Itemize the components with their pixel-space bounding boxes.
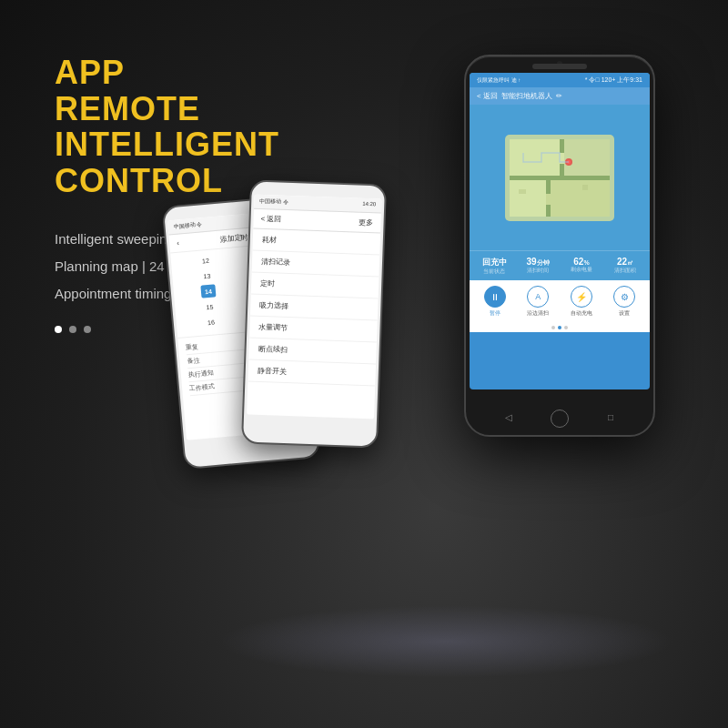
- app-title: APP REMOTE INTELLIGENT CONTROL: [55, 55, 364, 198]
- stat-status-label: 当前状态: [473, 268, 515, 275]
- phone-nav: < 返回 智能扫地机器人 ✏: [470, 87, 650, 105]
- nav-recent-btn[interactable]: □: [603, 410, 618, 424]
- title-line2: REMOTE INTELLIGENT: [55, 91, 364, 163]
- cal-cell: 12: [197, 253, 213, 267]
- stat-time-value: 39分钟: [517, 257, 559, 268]
- phone-main: 仅限紧急呼叫 迪 ↑ * 令□ 120+ 上午9:31 < 返回 智能扫地机器人…: [464, 55, 655, 437]
- dot-1[interactable]: [55, 326, 62, 333]
- nav-back[interactable]: < 返回: [477, 91, 498, 101]
- cal-cell: 13: [199, 268, 215, 282]
- stats-section: 回充中 当前状态 39分钟 清扫时间 62% 剩余电量 22㎡ 清扫面积: [470, 250, 650, 280]
- ctrl-label-charge: 自动充电: [571, 309, 592, 318]
- charge-icon: ⚡: [571, 286, 592, 308]
- stat-area-label: 清扫面积: [604, 268, 646, 274]
- edge-icon: A: [527, 286, 549, 308]
- glow-base: [218, 605, 673, 678]
- stat-battery-value: 62%: [561, 257, 602, 267]
- cal-cell-today: 14: [200, 284, 216, 298]
- nav-back-btn[interactable]: ◁: [501, 410, 516, 424]
- status-left: 仅限紧急呼叫 迪 ↑: [477, 76, 521, 85]
- svg-rect-4: [510, 180, 546, 217]
- carrier-right: 中国移动 令: [259, 197, 288, 207]
- ctrl-btn-charge[interactable]: ⚡ 自动充电: [571, 286, 592, 318]
- phone-screen-right: 中国移动 令 14:20 < 返回 更多 耗材 清扫记录 定时 吸力选择 水量调…: [247, 195, 381, 420]
- svg-rect-14: [519, 189, 526, 194]
- ctrl-label-pause: 暂停: [490, 309, 500, 318]
- ind-dot-3: [564, 326, 568, 329]
- phone-screen-main: 仅限紧急呼叫 迪 ↑ * 令□ 120+ 上午9:31 < 返回 智能扫地机器人…: [470, 73, 650, 389]
- stat-area-value: 22㎡: [604, 257, 646, 268]
- edit-icon[interactable]: ✏: [556, 92, 562, 100]
- title-line1: APP: [55, 55, 364, 91]
- notch: [532, 64, 587, 69]
- back-btn-right[interactable]: < 返回: [260, 214, 281, 225]
- svg-rect-5: [551, 180, 610, 217]
- nav-home-btn[interactable]: [551, 410, 569, 428]
- nav-title: 智能扫地机器人: [501, 91, 552, 101]
- map-svg: [491, 112, 628, 244]
- map-image: [491, 112, 628, 244]
- stat-time: 39分钟 清扫时间: [517, 257, 559, 275]
- phone-secondary-right: 中国移动 令 14:20 < 返回 更多 耗材 清扫记录 定时 吸力选择 水量调…: [241, 179, 387, 448]
- menu-item-7[interactable]: 静音开关: [248, 360, 376, 387]
- map-area: [470, 105, 650, 250]
- stat-status-value: 回充中: [473, 257, 515, 268]
- svg-rect-8: [510, 176, 610, 180]
- ind-dot-2: [558, 326, 561, 329]
- stat-status: 回充中 当前状态: [473, 257, 515, 275]
- controls-section: ⏸ 暂停 A 沿边清扫 ⚡ 自动充电 ⚙ 设置: [470, 280, 650, 323]
- status-right: * 令□ 120+ 上午9:31: [585, 76, 642, 85]
- dot-3[interactable]: [84, 326, 91, 333]
- cal-cell: 15: [202, 299, 217, 313]
- svg-rect-13: [582, 185, 588, 190]
- dot-2[interactable]: [69, 326, 76, 333]
- stat-time-label: 清扫时间: [517, 268, 559, 274]
- ctrl-btn-pause[interactable]: ⏸ 暂停: [484, 286, 506, 318]
- dots-indicator: [470, 323, 650, 332]
- back-btn-left[interactable]: ‹: [177, 239, 179, 248]
- ind-dot-1: [551, 326, 555, 329]
- ctrl-btn-edge[interactable]: A 沿边清扫: [527, 286, 549, 318]
- ctrl-label-edge: 沿边清扫: [527, 309, 549, 318]
- svg-rect-10: [546, 194, 551, 205]
- svg-rect-3: [564, 139, 610, 176]
- cal-cell: 16: [203, 315, 218, 329]
- stat-area: 22㎡ 清扫面积: [604, 257, 646, 275]
- more-btn-right[interactable]: 更多: [359, 217, 373, 228]
- stat-battery: 62% 剩余电量: [561, 257, 602, 275]
- android-nav: ◁ □: [466, 410, 653, 428]
- header-title-left: 添加定时: [219, 232, 249, 245]
- carrier-left: 中国移动 令: [173, 220, 202, 231]
- status-bar-main: 仅限紧急呼叫 迪 ↑ * 令□ 120+ 上午9:31: [470, 73, 650, 87]
- ctrl-label-settings: 设置: [619, 309, 630, 318]
- ctrl-btn-settings[interactable]: ⚙ 设置: [613, 286, 635, 318]
- time-right: 14:20: [362, 201, 376, 210]
- menu-list-right: 耗材 清扫记录 定时 吸力选择 水量调节 断点续扫 静音开关: [248, 229, 380, 387]
- settings-icon: ⚙: [613, 286, 635, 308]
- pause-icon: ⏸: [484, 286, 506, 308]
- svg-rect-2: [510, 139, 560, 176]
- stat-battery-label: 剩余电量: [561, 267, 602, 273]
